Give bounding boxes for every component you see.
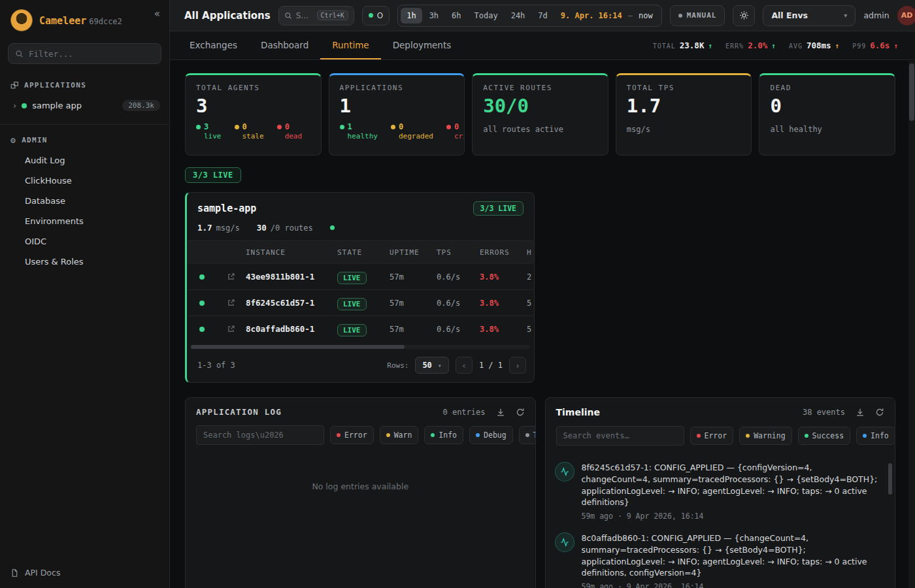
timeline-filter-info[interactable]: Info — [856, 427, 895, 445]
timeline-title: Timeline — [556, 407, 601, 417]
timeline-filter-warning[interactable]: Warning — [739, 427, 791, 445]
app-live-pill: 3/3 LIVE — [473, 201, 524, 216]
time-now-button[interactable]: now — [634, 11, 659, 20]
state-pill: LIVE — [337, 298, 367, 310]
tab-exchanges[interactable]: Exchanges — [178, 31, 249, 59]
card-total-agents: TOTAL AGENTS 3 3 live 0 stale 0 — [185, 73, 322, 155]
current-time-display: 9. Apr. 16:14 — [555, 11, 627, 20]
card-dead: DEAD 0 all healthy — [759, 73, 895, 155]
filter-input[interactable] — [29, 49, 154, 59]
timeline-filter-success[interactable]: Success — [798, 427, 850, 445]
up-arrow-icon: ↑ — [771, 42, 776, 50]
tab-dashboard[interactable]: Dashboard — [249, 31, 320, 59]
time-range-today[interactable]: Today — [469, 8, 504, 24]
logo-area: Cameleer69dcce2 — [0, 0, 169, 39]
refresh-icon[interactable] — [516, 408, 525, 417]
time-range-3h[interactable]: 3h — [424, 8, 444, 24]
log-filter-warn[interactable]: Warn — [380, 426, 419, 444]
scrollbar-thumb[interactable] — [909, 63, 914, 121]
download-icon[interactable] — [856, 408, 865, 417]
download-icon[interactable] — [496, 408, 505, 417]
up-arrow-icon: ↑ — [708, 42, 712, 50]
tab-deployments[interactable]: Deployments — [381, 31, 463, 59]
sidebar-item-environments[interactable]: Environments — [0, 211, 169, 231]
global-search[interactable]: S... Ctrl+K — [278, 6, 354, 25]
expand-chevron-icon[interactable]: › — [13, 101, 16, 110]
log-filter-info[interactable]: Info — [424, 426, 463, 444]
log-filter-trace[interactable]: Trace — [519, 426, 536, 444]
theme-toggle-button[interactable] — [733, 5, 755, 26]
card-total-tps: TOTAL TPS 1.7 msg/s — [616, 73, 752, 155]
table-row[interactable]: 8c0affadb860-1 LIVE 57m 0.6/s 3.8% 5 — [187, 316, 534, 342]
sidebar-item-users-roles[interactable]: Users & Roles — [0, 252, 169, 272]
instance-status-dot-icon — [199, 274, 205, 280]
sidebar-item-audit-log[interactable]: Audit Log — [0, 150, 169, 171]
table-row[interactable]: 8f6245c61d57-1 LIVE 57m 0.6/s 3.8% 5 — [187, 289, 534, 316]
sidebar-item-sample-app[interactable]: › sample app 208.3k — [0, 95, 169, 116]
scrollbar-thumb[interactable] — [191, 345, 405, 349]
environment-dropdown[interactable]: All Envs ▾ — [763, 5, 856, 26]
log-entries-count: 0 entries — [442, 408, 485, 417]
external-link-icon[interactable] — [217, 272, 244, 281]
status-dot-icon — [22, 103, 27, 108]
time-range-1h[interactable]: 1h — [401, 8, 422, 24]
up-arrow-icon: ↑ — [893, 42, 898, 50]
api-docs-link[interactable]: API Docs — [0, 557, 169, 588]
timeline-panel: Timeline 38 events Error Warning Success… — [545, 397, 896, 588]
admin-section-header: ⚙ ADMIN — [0, 130, 169, 150]
sample-app-card: sample-app 3/3 LIVE 1.7msg/s 30/0 routes… — [185, 192, 535, 383]
error-dot-icon — [337, 433, 341, 437]
warning-dot-icon — [746, 434, 750, 438]
log-filter-debug[interactable]: Debug — [469, 426, 513, 444]
stat-total: TOTAL23.8K↑ — [653, 41, 712, 50]
admin-section: ⚙ ADMIN Audit Log ClickHouse Database En… — [0, 124, 169, 272]
tab-runtime[interactable]: Runtime — [320, 31, 380, 59]
refresh-icon[interactable] — [875, 408, 884, 417]
external-link-icon[interactable] — [217, 299, 244, 307]
chevron-down-icon: ▾ — [438, 362, 442, 369]
online-indicator[interactable]: O — [362, 6, 390, 25]
timeline-scrollbar-thumb[interactable] — [888, 463, 892, 495]
time-range-7d[interactable]: 7d — [532, 8, 553, 24]
username-label: admin — [863, 10, 889, 20]
log-search-input[interactable] — [196, 425, 324, 445]
table-row[interactable]: 43ee9811b801-1 LIVE 57m 0.6/s 3.8% 2 — [187, 263, 534, 289]
external-link-icon[interactable] — [217, 325, 244, 333]
live-summary-badge: 3/3 LIVE — [185, 167, 241, 183]
gear-icon: ⚙ — [10, 135, 16, 145]
next-page-button[interactable]: › — [509, 357, 526, 374]
user-avatar[interactable]: AD — [897, 6, 915, 25]
prev-page-button[interactable]: ‹ — [456, 357, 473, 374]
log-panel-title: APPLICATION LOG — [196, 407, 282, 417]
sidebar-item-oidc[interactable]: OIDC — [0, 231, 169, 252]
agents-stale-stat: 0 stale — [235, 122, 264, 140]
sidebar-collapse-icon[interactable]: « — [154, 8, 160, 20]
timeline-event[interactable]: 8c0affadb860-1: CONFIG_APPLIED — {change… — [551, 527, 886, 588]
page-title: All Applications — [184, 10, 271, 22]
page-scrollbar[interactable] — [908, 61, 915, 588]
routes-ok-dot-icon — [330, 225, 335, 230]
timeline-search-input[interactable] — [556, 426, 684, 446]
horizontal-scrollbar[interactable] — [191, 345, 530, 349]
sidebar-item-clickhouse[interactable]: ClickHouse — [0, 171, 169, 191]
camel-logo-icon — [10, 9, 33, 31]
manual-refresh-button[interactable]: MANUAL — [670, 5, 725, 26]
time-range-6h[interactable]: 6h — [446, 8, 467, 24]
rows-per-page-select[interactable]: 50 ▾ — [415, 357, 448, 374]
trace-dot-icon — [525, 433, 529, 437]
stale-dot-icon — [235, 125, 239, 129]
critical-dot-icon — [446, 125, 451, 129]
table-footer: 1-3 of 3 Rows: 50 ▾ ‹ 1 / 1 › — [187, 350, 534, 382]
timeline-event[interactable]: 8f6245c61d57-1: CONFIG_APPLIED — {config… — [551, 456, 886, 527]
log-filter-error[interactable]: Error — [330, 426, 374, 444]
time-range-24h[interactable]: 24h — [505, 8, 531, 24]
agents-live-stat: 3 live — [196, 122, 222, 140]
instance-status-dot-icon — [199, 327, 205, 332]
card-applications: APPLICATIONS 1 1 healthy 0 degraded 0 — [329, 73, 465, 155]
sidebar-filter — [8, 43, 161, 64]
debug-dot-icon — [476, 433, 480, 437]
timeline-filter-error[interactable]: Error — [690, 427, 734, 445]
sidebar-item-database[interactable]: Database — [0, 191, 169, 211]
sidebar: Cameleer69dcce2 « APPLICATIONS › sample … — [0, 0, 170, 588]
stat-err-pct: ERR%2.0%↑ — [725, 41, 776, 50]
